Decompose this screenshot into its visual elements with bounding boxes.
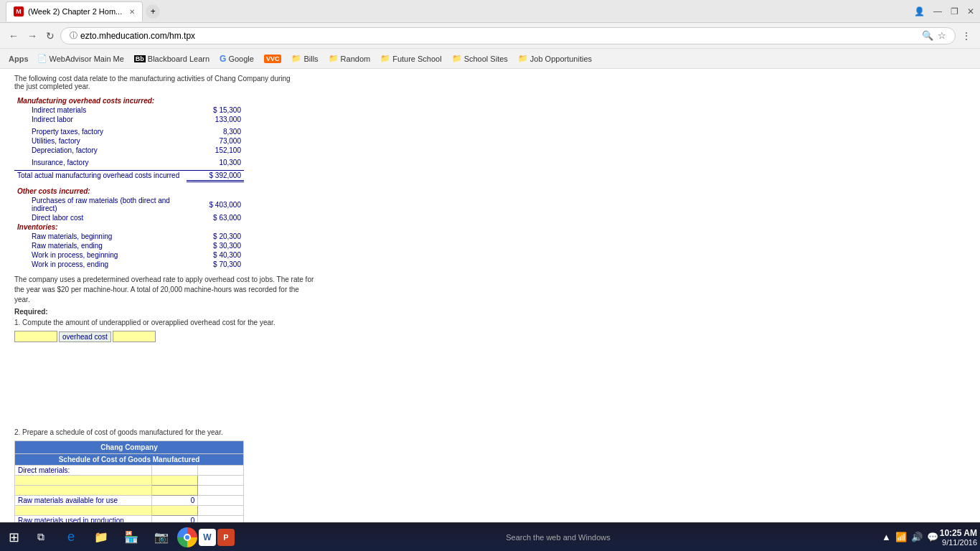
star-icon[interactable]: ☆ [938,30,946,41]
edge-browser-icon[interactable]: e [57,524,85,550]
refresh-button[interactable]: ↻ [43,29,57,43]
tab-title: (Week 2) Chapter 2 Hom... [28,7,122,16]
insurance-label: Insurance, factory [14,158,187,167]
indirect-materials-label: Indirect materials [14,105,187,115]
utilities-amount: 73,000 [187,136,244,146]
close-button[interactable]: ✕ [967,6,974,17]
bookmark-bills-label: Bills [303,55,318,63]
clock-date: 9/11/2016 [940,538,977,547]
row-input-2-label [15,486,152,496]
row-input-2-col1[interactable] [152,486,198,496]
bookmark-bills[interactable]: 📁 Bills [287,52,322,65]
utilities-label: Utilities, factory [14,136,187,146]
bookmark-webadvisor-label: WebAdvisor Main Me [50,55,124,63]
tray-up-arrow[interactable]: ▲ [882,532,891,542]
indirect-labor-label: Indirect labor [14,115,187,124]
search-icon[interactable]: 🔍 [922,30,933,41]
camera-icon[interactable]: 📷 [147,524,176,550]
google-icon: G [220,54,226,64]
wip-beginning-label: Work in process, beginning [14,250,187,260]
input-field-1 [155,476,194,484]
rm-beginning-amount: $ 20,300 [187,232,244,241]
taskbar-search[interactable]: Search the web and Windows [506,533,611,542]
bookmark-school-sites[interactable]: 📁 School Sites [448,52,512,65]
wip-beginning-amount: $ 40,300 [187,250,244,260]
file-explorer-icon[interactable]: 📁 [87,524,116,550]
word-icon[interactable]: W [199,529,216,546]
inventories-header: Inventories: [14,222,244,232]
required-label: Required: [14,308,966,316]
section-header-2: Other costs incurred: [14,187,244,196]
section2-label: 2. Prepare a schedule of cost of goods m… [14,428,966,436]
depreciation-amount: 152,100 [187,146,244,155]
search-bar[interactable]: Search the web and Windows [500,533,616,542]
blackboard-icon: Bb [134,55,146,62]
task-view-button[interactable]: ⧉ [27,524,55,550]
insurance-amount: 10,300 [187,158,244,167]
user-icon: 👤 [914,6,925,17]
new-tab-button[interactable]: + [146,4,160,19]
powerpoint-icon[interactable]: P [217,529,235,546]
direct-labor-amount: $ 63,000 [187,213,244,222]
address-bar[interactable]: ⓘ 🔍 ☆ [60,27,956,44]
bookmarks-bar: Apps 📄 WebAdvisor Main Me Bb Blackboard … [0,49,980,69]
intro-text: The following cost data relate to the ma… [14,75,301,90]
row-input-1-col2 [198,476,244,486]
property-taxes-label: Property taxes, factory [14,127,187,136]
bookmark-future-school[interactable]: 📁 Future School [376,52,446,65]
active-tab[interactable]: M (Week 2) Chapter 2 Hom... ✕ [6,1,143,22]
chang-table: Chang Company Schedule of Cost of Goods … [14,441,244,522]
main-content: The following cost data relate to the ma… [0,69,980,522]
direct-materials-col2 [198,466,244,476]
address-bar-icons: 🔍 ☆ [922,30,946,41]
vvc-icon: VVC [264,55,282,63]
input-field-3 [155,507,194,514]
start-button[interactable]: ⊞ [3,527,25,548]
chang-company-header: Chang Company [15,441,244,454]
problem-text: The company uses a predetermined overhea… [14,275,316,305]
url-input[interactable] [80,31,919,41]
tray-sound-icon: 🔊 [911,532,923,542]
rm-available-col2 [198,496,244,506]
bookmark-vvc[interactable]: VVC [260,53,286,65]
rm-available-col1: 0 [152,496,198,506]
total-overhead-label: Total actual manufacturing overhead cost… [14,170,187,181]
bookmark-google[interactable]: G Google [215,52,258,65]
overhead-input-right[interactable] [113,331,156,342]
menu-button[interactable]: ⋮ [958,29,974,43]
wip-ending-amount: $ 70,300 [187,260,244,269]
maximize-button[interactable]: ❐ [951,6,958,17]
tab-favicon: M [14,6,24,17]
webadvisor-icon: 📄 [37,54,47,63]
wip-ending-label: Work in process, ending [14,260,187,269]
apps-label: Apps [6,53,32,65]
property-taxes-amount: 8,300 [187,127,244,136]
future-school-folder-icon: 📁 [380,54,390,63]
section-header-1: Manufacturing overhead costs incurred: [14,96,244,105]
title-bar: M (Week 2) Chapter 2 Hom... ✕ + 👤 — ❐ ✕ [0,0,980,23]
window-controls: 👤 — ❐ ✕ [914,6,974,17]
bookmark-webadvisor[interactable]: 📄 WebAdvisor Main Me [33,52,128,65]
bookmark-job-opportunities[interactable]: 📁 Job Opportunities [514,52,596,65]
bookmark-blackboard[interactable]: Bb Blackboard Learn [130,53,214,65]
forward-button[interactable]: → [24,29,40,43]
system-tray: ▲ 📶 🔊 💬 [882,532,938,542]
cost-data-table: Manufacturing overhead costs incurred: I… [14,96,244,269]
back-button[interactable]: ← [6,29,22,43]
chrome-icon[interactable] [177,527,197,547]
bills-folder-icon: 📁 [291,54,301,63]
windows-store-icon[interactable]: 🏪 [117,524,146,550]
overhead-label: overhead cost [59,331,111,342]
rm-ending-amount: $ 30,300 [187,241,244,250]
total-overhead-amount: $ 392,000 [187,170,244,181]
school-sites-folder-icon: 📁 [452,54,462,63]
row-input-3-col1[interactable] [152,506,198,516]
minimize-button[interactable]: — [933,6,942,17]
bookmark-random[interactable]: 📁 Random [324,52,375,65]
answer-row-1: overhead cost [14,331,966,342]
row-input-1-col1[interactable] [152,476,198,486]
bookmark-google-label: Google [228,55,253,63]
random-folder-icon: 📁 [329,54,339,63]
overhead-input-left[interactable] [14,331,57,342]
tab-close-button[interactable]: ✕ [129,8,135,16]
